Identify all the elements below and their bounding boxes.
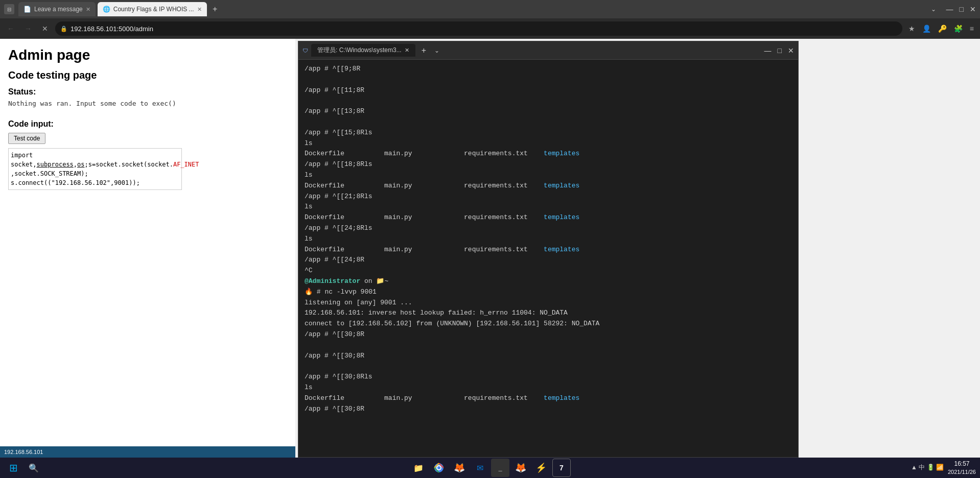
forward-button[interactable]: →	[21, 22, 35, 35]
terminal-line: 192.168.56.101: inverse host lookup fail…	[305, 308, 792, 319]
code-display[interactable]: import socket,subprocess,os;s=socket.soc…	[8, 148, 182, 190]
terminal-line	[305, 361, 792, 372]
terminal-line: /app # ^[[9;8R	[305, 64, 792, 75]
terminal-line: /app # ^[[13;8R	[305, 106, 792, 117]
terminal-tab-close[interactable]: ✕	[405, 47, 409, 54]
thunder-taskbar-icon[interactable]: ⚡	[532, 459, 550, 477]
terminal-close-button[interactable]: ✕	[788, 46, 794, 55]
windows-start-button[interactable]: ⊞	[4, 459, 22, 477]
terminal-line: /app # ^[[30;8R	[305, 351, 792, 362]
nav-icons-right: ★ 👤 🔑 🧩 ≡	[906, 23, 976, 34]
terminal-line: /app # ^[[30;8R	[305, 404, 792, 415]
new-tab-button[interactable]: +	[209, 3, 221, 15]
tab-leave-message[interactable]: 📄 Leave a message ✕	[18, 2, 96, 16]
terminal-line: /app # ^[[15;8Rls	[305, 128, 792, 138]
svg-point-2	[437, 466, 440, 469]
test-code-button[interactable]: Test code	[8, 133, 45, 144]
taskbar-date: 2021/11/26	[948, 468, 976, 475]
terminal-line: ls	[305, 234, 792, 245]
terminal-tab-label: 管理员: C:\Windows\system3...	[317, 46, 402, 55]
page-subtitle: Code testing page	[8, 69, 287, 81]
tab-bar: ⊟ 📄 Leave a message ✕ 🌐 Country Flags & …	[0, 0, 980, 18]
reload-button[interactable]: ✕	[39, 22, 51, 35]
chrome-taskbar-icon[interactable]	[430, 459, 448, 477]
tab-country-flags[interactable]: 🌐 Country Flags & IP WHOIS ... ✕	[98, 2, 207, 16]
terminal-titlebar: 🛡 管理员: C:\Windows\system3... ✕ + ⌄ — □ ✕	[298, 41, 798, 60]
search-taskbar-button[interactable]: 🔍	[25, 459, 43, 477]
terminal-line: ls	[305, 170, 792, 181]
terminal-line: 🔥 # nc -lvvp 9001	[305, 287, 792, 298]
terminal-line: ls	[305, 202, 792, 212]
terminal-line	[305, 75, 792, 85]
terminal-line	[305, 340, 792, 351]
browser-status-bar: 192.168.56.101	[0, 446, 295, 458]
firefox2-taskbar-icon[interactable]: 🦊	[511, 459, 530, 477]
terminal-line: /app # ^[[30;8Rls	[305, 372, 792, 383]
terminal-line: /app # ^[[30;8R	[305, 329, 792, 340]
tab-label: Leave a message	[34, 6, 83, 13]
taskbar-center-icons: 📁 🦊 ✉ _ 🦊 ⚡ 7	[409, 459, 571, 477]
nav-bar: ← → ✕ 🔒 192.168.56.101:5000/admin ★ 👤 🔑 …	[0, 18, 980, 39]
terminal-line: ls	[305, 383, 792, 393]
account-icon[interactable]: 👤	[920, 23, 933, 34]
extensions-icon[interactable]: 🧩	[952, 23, 965, 34]
menu-icon[interactable]: ≡	[968, 23, 976, 34]
maximize-button[interactable]: □	[960, 5, 964, 13]
mail-taskbar-icon[interactable]: ✉	[471, 459, 489, 477]
tab-favicon: 🌐	[103, 6, 110, 13]
terminal-win-controls: — □ ✕	[764, 46, 794, 55]
terminal-line: Dockerfile main.py requirements.txt temp…	[305, 393, 792, 404]
browser-viewport: Admin page Code testing page Status: Not…	[0, 39, 295, 458]
taskbar-time: 16:57	[948, 460, 976, 468]
lock-icon: 🔒	[60, 26, 67, 32]
terminal-line: /app # ^[[18;8Rls	[305, 159, 792, 170]
tab-favicon: 📄	[24, 6, 31, 13]
taskbar-right: ▲ 中 🔋 📶 16:57 2021/11/26	[911, 460, 976, 475]
terminal-line: /app # ^[[11;8R	[305, 85, 792, 96]
tab-dropdown-button[interactable]: ⌄	[927, 4, 940, 15]
terminal-line: Dockerfile main.py requirements.txt temp…	[305, 149, 792, 159]
terminal-line: ls	[305, 138, 792, 149]
window-controls: — □ ✕	[946, 5, 976, 13]
browser-status-ip: 192.168.56.101	[4, 449, 43, 455]
terminal-line	[305, 117, 792, 128]
file-explorer-taskbar-icon[interactable]: 📁	[409, 459, 428, 477]
firefox-taskbar-icon[interactable]: 🦊	[450, 459, 469, 477]
terminal-line: /app # ^[[24;8R	[305, 255, 792, 266]
taskbar-system-icons: ▲ 中 🔋 📶	[911, 463, 944, 472]
status-text: Nothing was ran. Input some code to exec…	[8, 100, 287, 107]
code-input-label: Code input:	[8, 119, 287, 129]
terminal-window: 🛡 管理员: C:\Windows\system3... ✕ + ⌄ — □ ✕…	[298, 41, 799, 458]
terminal-taskbar-icon[interactable]: _	[491, 459, 509, 477]
address-bar[interactable]: 🔒 192.168.56.101:5000/admin	[55, 21, 902, 36]
terminal-line: /app # ^[[24;8Rls	[305, 223, 792, 234]
close-button[interactable]: ✕	[970, 5, 976, 13]
terminal-line: Dockerfile main.py requirements.txt temp…	[305, 245, 792, 255]
browser-chrome: ⊟ 📄 Leave a message ✕ 🌐 Country Flags & …	[0, 0, 980, 39]
minimize-button[interactable]: —	[946, 5, 953, 13]
terminal-line: ^C	[305, 266, 792, 276]
terminal-shield-icon: 🛡	[302, 47, 308, 54]
terminal-dropdown-button[interactable]: ⌄	[432, 47, 441, 54]
terminal-tab[interactable]: 管理员: C:\Windows\system3... ✕	[311, 44, 415, 57]
terminal-line: Dockerfile main.py requirements.txt temp…	[305, 212, 792, 223]
vpn-icon[interactable]: 🔑	[936, 23, 949, 34]
terminal-minimize-button[interactable]: —	[764, 46, 772, 55]
number7-taskbar-icon[interactable]: 7	[552, 459, 571, 477]
tab-group-icon: ⊟	[4, 4, 14, 14]
status-label: Status:	[8, 87, 287, 97]
terminal-body[interactable]: /app # ^[[9;8R /app # ^[[11;8R /app # ^[…	[298, 60, 798, 457]
terminal-maximize-button[interactable]: □	[778, 46, 782, 55]
bookmark-star-icon[interactable]: ★	[906, 23, 917, 34]
terminal-line	[305, 95, 792, 106]
terminal-line: @Administrator on 📁~	[305, 276, 792, 287]
address-text: 192.168.56.101:5000/admin	[71, 25, 153, 33]
terminal-new-tab-button[interactable]: +	[418, 46, 429, 55]
terminal-line: Dockerfile main.py requirements.txt temp…	[305, 181, 792, 192]
tab-label: Country Flags & IP WHOIS ...	[113, 6, 194, 13]
back-button[interactable]: ←	[4, 22, 17, 35]
tab-close-icon[interactable]: ✕	[86, 6, 90, 13]
page-title: Admin page	[8, 47, 287, 63]
taskbar-clock: 16:57 2021/11/26	[948, 460, 976, 475]
tab-close-icon[interactable]: ✕	[197, 6, 202, 13]
